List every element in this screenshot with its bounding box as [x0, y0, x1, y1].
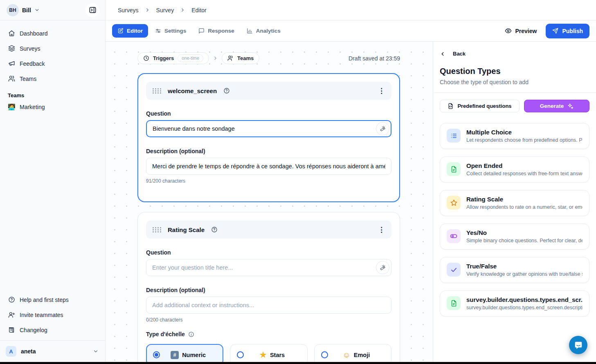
message-square-icon [198, 28, 205, 34]
question-type-rating-scale[interactable]: Rating Scale Allow respondents to rate o… [440, 190, 589, 216]
tab-editor[interactable]: Editor [112, 24, 148, 38]
sidebar-item-changelog[interactable]: Changelog [4, 324, 101, 336]
question-description-input[interactable] [146, 297, 391, 314]
account-name: aneta [21, 348, 36, 355]
scale-option-numeric[interactable]: # Numeric [146, 344, 223, 364]
question-type-multiple-choice[interactable]: Multiple Choice Let respondents choose f… [440, 123, 589, 149]
back-button[interactable]: Back [440, 51, 589, 57]
question-type-description: Allow respondents to rate on a numeric, … [466, 204, 583, 210]
sidebar-item-invite[interactable]: Invite teammates [4, 308, 101, 321]
chevron-right-icon [213, 56, 218, 61]
sidebar-item-label: Changelog [20, 327, 47, 333]
pencil-edit-icon [117, 28, 124, 34]
question-type-end-screen[interactable]: survey.builder.questions.types.end_scr..… [440, 290, 589, 317]
divider [433, 92, 596, 93]
kebab-menu-icon[interactable]: ⋮ [378, 87, 385, 94]
drag-handle-icon[interactable] [153, 227, 161, 232]
question-card-title: welcome_screen [168, 87, 217, 94]
magic-wand-icon[interactable] [376, 261, 389, 275]
help-circle-icon[interactable] [223, 87, 230, 94]
question-type-description: Verify knowledge or gather opinions with… [466, 271, 583, 277]
canvas-toolbar-row: Triggers one-time Teams Draft sav [137, 52, 400, 64]
question-type-title: True/False [466, 263, 583, 270]
main-area: Surveys Survey Editor Editor Setting [106, 0, 596, 364]
kebab-menu-icon[interactable]: ⋮ [378, 226, 385, 233]
radio-unchecked-icon [321, 351, 328, 358]
chevron-down-icon [93, 348, 99, 354]
magic-wand-icon[interactable] [376, 122, 389, 136]
triggers-chip[interactable]: Triggers one-time [137, 52, 209, 64]
question-type-yes-no[interactable]: Yes/No Simple binary choice questions. P… [440, 223, 589, 250]
sidebar-item-feedback[interactable]: Feedback [4, 57, 101, 70]
sidebar-item-surveys[interactable]: Surveys [4, 42, 101, 55]
survey-builder-app: BH Bill Dashboard Surv [0, 0, 596, 364]
teams-chip-label: Teams [237, 55, 254, 61]
chat-widget-button[interactable] [569, 336, 587, 354]
question-type-title: Open Ended [466, 162, 583, 169]
breadcrumb-editor[interactable]: Editor [191, 7, 207, 13]
file-code-icon [448, 103, 454, 109]
question-title-input[interactable] [146, 120, 391, 137]
hash-icon: # [171, 351, 179, 359]
scale-option-stars[interactable]: ★ Stars [230, 344, 307, 364]
question-card-welcome[interactable]: welcome_screen ⋮ Question [137, 73, 400, 202]
preview-label: Preview [515, 28, 537, 34]
question-type-description: Simple binary choice questions. Perfect … [466, 238, 583, 243]
chevron-down-icon [34, 7, 40, 13]
sidebar-item-label: Invite teammates [20, 312, 63, 318]
question-description-input[interactable] [146, 158, 391, 175]
sidebar-item-dashboard[interactable]: Dashboard [4, 27, 101, 40]
tab-settings[interactable]: Settings [150, 24, 191, 38]
users-icon [227, 55, 234, 61]
preview-button[interactable]: Preview [501, 24, 541, 38]
scale-option-label: Emoji [354, 352, 370, 358]
question-card-rating[interactable]: Rating Scale ⋮ Question [137, 212, 400, 364]
workspace-avatar: BH [7, 4, 19, 16]
question-type-title: Multiple Choice [466, 129, 583, 136]
sidebar-item-label: Feedback [20, 60, 45, 67]
generate-button[interactable]: Generate [524, 100, 589, 112]
account-menu[interactable]: A aneta [0, 340, 105, 364]
team-item-label: Marketing [20, 104, 45, 110]
sidebar-nav: Dashboard Surveys Feedback Teams [0, 20, 105, 85]
question-card-header: welcome_screen ⋮ [146, 82, 391, 100]
question-type-open-ended[interactable]: Open Ended Collect detailed responses wi… [440, 156, 589, 183]
breadcrumb-surveys[interactable]: Surveys [118, 7, 139, 13]
document-icon [447, 296, 461, 310]
teams-chip[interactable]: Teams [222, 52, 259, 64]
sliders-icon [155, 28, 161, 34]
radio-checked-icon [153, 351, 160, 358]
tab-response[interactable]: Response [193, 24, 240, 38]
back-label: Back [453, 51, 466, 57]
question-type-true-false[interactable]: True/False Verify knowledge or gather op… [440, 257, 589, 283]
workspace-switcher[interactable]: BH Bill [0, 0, 105, 20]
question-type-description: Let respondents choose from predefined o… [466, 137, 583, 143]
chevron-left-icon [440, 51, 445, 57]
sidebar-toggle-button[interactable] [85, 3, 99, 17]
trigger-type-badge: one-time [178, 54, 203, 62]
question-title-input[interactable] [146, 259, 391, 276]
chat-bubble-icon [574, 341, 583, 350]
technologist-emoji-icon: 🧑‍💻 [8, 103, 15, 111]
char-counter: 0/200 characters [146, 317, 391, 323]
help-circle-icon[interactable] [211, 226, 218, 233]
scale-option-emoji[interactable]: ☺ Emoji [314, 344, 391, 364]
sidebar: BH Bill Dashboard Surv [0, 0, 106, 364]
drag-handle-icon[interactable] [153, 88, 161, 94]
user-plus-icon [8, 311, 15, 318]
publish-button[interactable]: Publish [546, 24, 589, 38]
info-circle-icon[interactable] [188, 331, 194, 337]
sidebar-item-teams[interactable]: Teams [4, 72, 101, 85]
predefined-questions-button[interactable]: Predefined questions [440, 100, 520, 112]
draft-status: Draft saved at 23:59 [349, 55, 400, 62]
sidebar-item-help[interactable]: Help and first steps [4, 293, 101, 306]
sidebar-item-marketing[interactable]: 🧑‍💻 Marketing [4, 101, 101, 113]
bottom-system-bar [0, 362, 596, 364]
megaphone-icon [8, 60, 15, 67]
tab-analytics[interactable]: Analytics [241, 24, 286, 38]
chevron-right-icon [145, 7, 150, 13]
newspaper-icon [8, 326, 15, 333]
breadcrumb-survey[interactable]: Survey [156, 7, 174, 13]
sidebar-item-label: Dashboard [20, 30, 48, 37]
question-types-panel: Back Question Types Choose the type of q… [433, 42, 596, 364]
